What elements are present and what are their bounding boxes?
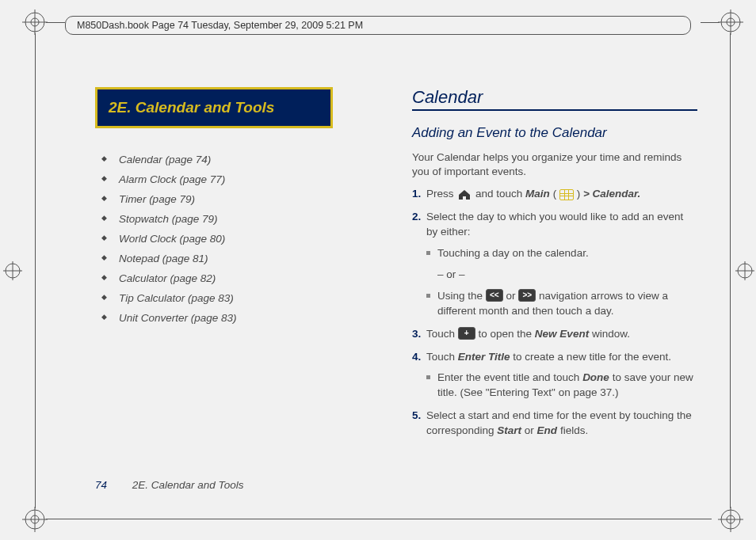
crop-mark-icon	[718, 507, 743, 532]
frame-header-text: M850Dash.book Page 74 Tuesday, September…	[77, 20, 363, 31]
kw-main: Main	[525, 188, 550, 200]
subheading-add-event: Adding an Event to the Calendar	[412, 125, 697, 141]
or-divider: – or –	[426, 268, 697, 283]
sub-bullet: Using the << or >> navigation arrows to …	[426, 289, 697, 319]
breadcrumb-gt: >	[583, 188, 590, 200]
step-text: to open the	[479, 328, 535, 340]
step-2: Select the day to which you would like t…	[412, 210, 697, 318]
home-icon	[456, 188, 472, 201]
step-1: Press and touch Main ( ) > Calendar.	[412, 187, 697, 202]
kw-start: Start	[497, 424, 521, 436]
crop-mark-icon	[22, 10, 48, 35]
step-2-sublist: Touching a day on the calendar. – or – U…	[426, 246, 697, 319]
crop-rule	[730, 33, 731, 508]
crop-rule	[701, 22, 720, 23]
toc-item: World Clock (page 80)	[100, 230, 380, 249]
step-text: or	[506, 290, 519, 302]
sub-bullet: Touching a day on the calendar.	[426, 246, 697, 261]
nav-prev-icon: <<	[486, 289, 503, 302]
step-text: to create a new title for the event.	[513, 351, 671, 363]
crop-rule	[46, 519, 712, 519]
step-text: Press	[426, 188, 456, 200]
crop-rule	[35, 33, 36, 508]
page-body: 2E. Calendar and Tools Calendar (page 74…	[95, 87, 697, 467]
step-text: Using the	[437, 290, 486, 302]
crop-mark-icon	[22, 507, 48, 532]
step-5: Select a start and end time for the even…	[412, 409, 697, 439]
kw-enter-title: Enter Title	[458, 351, 510, 363]
step-text: )	[577, 188, 583, 200]
step-4-sublist: Enter the event title and touch Done to …	[426, 371, 697, 401]
frame-header: M850Dash.book Page 74 Tuesday, September…	[65, 16, 691, 35]
crop-rule	[46, 22, 65, 23]
step-text: Touch	[426, 328, 458, 340]
step-3: Touch + to open the New Event window.	[412, 327, 697, 342]
step-text: and touch	[475, 188, 525, 200]
intro-text: Your Calendar helps you organize your ti…	[412, 150, 697, 179]
step-text: (	[553, 188, 557, 200]
side-mark-icon	[735, 261, 754, 280]
toc-item: Calendar (page 74)	[100, 150, 380, 170]
toc-item: Alarm Clock (page 77)	[100, 170, 380, 190]
plus-icon: +	[458, 327, 475, 340]
toc-item: Timer (page 79)	[100, 190, 380, 210]
side-mark-icon	[3, 261, 22, 280]
page-title: 2E. Calendar and Tools	[132, 479, 244, 491]
step-text: Enter the event title and touch	[437, 371, 582, 383]
steps-list: Press and touch Main ( ) > Calendar. Sel…	[412, 187, 697, 439]
step-text: or	[525, 424, 537, 436]
page-number: 74	[95, 479, 107, 491]
toc-item: Stopwatch (page 79)	[100, 210, 380, 230]
heading-calendar: Calendar	[412, 87, 697, 111]
step-text: Select a start and end time for the even…	[426, 409, 692, 436]
section-banner: 2E. Calendar and Tools	[95, 87, 333, 128]
nav-next-icon: >>	[518, 289, 536, 302]
step-text: Select the day to which you would like t…	[426, 211, 683, 238]
main-grid-icon	[559, 189, 574, 200]
left-column: 2E. Calendar and Tools Calendar (page 74…	[95, 87, 380, 467]
section-banner-text: 2E. Calendar and Tools	[109, 99, 274, 116]
toc-list: Calendar (page 74) Alarm Clock (page 77)…	[95, 150, 380, 329]
toc-item: Tip Calculator (page 83)	[100, 289, 380, 309]
kw-done: Done	[582, 371, 609, 383]
sub-bullet: Enter the event title and touch Done to …	[426, 371, 697, 401]
kw-new-event: New Event	[535, 328, 589, 340]
step-4: Touch Enter Title to create a new title …	[412, 350, 697, 401]
kw-end: End	[537, 424, 558, 436]
page-footer: 74 2E. Calendar and Tools	[95, 479, 243, 491]
crop-mark-icon	[718, 10, 743, 35]
step-text: fields.	[560, 424, 588, 436]
step-text: window.	[592, 328, 630, 340]
toc-item: Calculator (page 82)	[100, 269, 380, 289]
toc-item: Unit Converter (page 83)	[100, 309, 380, 329]
step-text: Touch	[426, 351, 458, 363]
kw-calendar: Calendar.	[593, 188, 641, 200]
toc-item: Notepad (page 81)	[100, 249, 380, 269]
right-column: Calendar Adding an Event to the Calendar…	[412, 87, 697, 467]
